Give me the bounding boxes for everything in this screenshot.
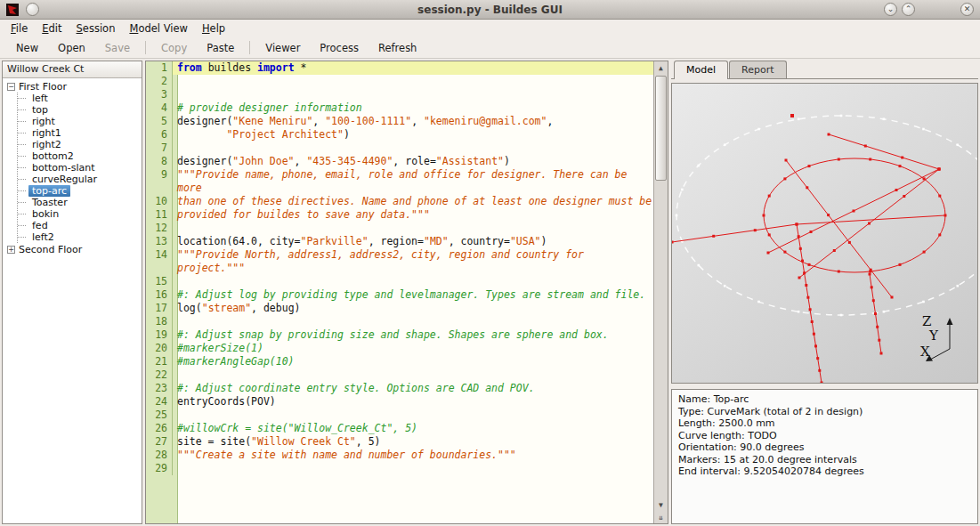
code-text[interactable]: site = site("Willow Creek Ct", 5) xyxy=(173,435,653,449)
code-lines[interactable]: 1from buildes import *234# provide desig… xyxy=(146,61,653,523)
toolbar-save-button[interactable]: Save xyxy=(96,39,139,57)
line-number: 22 xyxy=(146,368,173,382)
code-text[interactable]: than one of these directives. Name and p… xyxy=(173,195,653,208)
menu-file[interactable]: File xyxy=(4,20,35,36)
line-number: 4 xyxy=(146,101,173,115)
scrollbar-down-button[interactable]: ▼ xyxy=(654,498,668,511)
axis-label-x: X xyxy=(920,344,930,360)
code-text[interactable]: log("stream", debug) xyxy=(173,302,653,315)
tree-item-bottom-slant[interactable]: bottom-slant xyxy=(18,162,142,174)
code-line: 2 xyxy=(146,75,653,88)
tree-section-first-floor[interactable]: −First Floor xyxy=(7,81,142,93)
toolbar-new-button[interactable]: New xyxy=(7,39,47,57)
code-text[interactable]: #markerSize(1) xyxy=(173,342,653,355)
tree-item-label: curveRegular xyxy=(28,174,101,185)
code-line: 26#willowCrk = site("Willow_Creek_Ct", 5… xyxy=(146,422,653,435)
code-editor[interactable]: 1from buildes import *234# provide desig… xyxy=(145,61,668,524)
menu-edit[interactable]: Edit xyxy=(35,20,69,36)
code-line: 10than one of these directives. Name and… xyxy=(146,195,653,208)
code-text[interactable] xyxy=(173,75,653,88)
line-number: 1 xyxy=(146,61,173,75)
tree-section-second-floor[interactable]: +Second Floor xyxy=(7,244,142,255)
toolbar-process-button[interactable]: Process xyxy=(311,39,368,57)
toolbar-viewer-button[interactable]: Viewer xyxy=(256,39,309,57)
model-viewport[interactable]: Z Y X xyxy=(671,83,978,384)
menu-model-view[interactable]: Model View xyxy=(122,20,195,36)
tree-item-label: Toaster xyxy=(28,197,71,208)
code-text[interactable]: """Provide North, address1, address2, ci… xyxy=(173,248,653,275)
code-text[interactable]: designer("Kene Meniru", "100-100-1111", … xyxy=(173,115,653,128)
tree-section-label: First Floor xyxy=(19,81,67,93)
code-text[interactable]: """Provide name, phone, email, role and … xyxy=(173,168,653,195)
code-text[interactable]: #markerAngleGap(10) xyxy=(173,355,653,368)
code-text[interactable] xyxy=(173,88,653,101)
close-button[interactable]: ✕ xyxy=(960,3,974,16)
tree-item-label: top-arc xyxy=(28,185,70,197)
info-line: Markers: 15 at 20.0 degree intervals xyxy=(678,454,971,466)
code-text[interactable]: #: Adjust snap by providing size and sha… xyxy=(173,328,653,342)
tree-header[interactable]: Willow Creek Ct xyxy=(3,61,142,78)
scrollbar-jump-bottom-button[interactable]: ⇊ xyxy=(654,511,668,523)
window: session.py - Buildes GUI ⌄ ⌃ ✕ FileEditS… xyxy=(0,0,980,526)
tree-item-left[interactable]: left xyxy=(18,93,142,104)
tree-item-left2[interactable]: left2 xyxy=(18,231,142,243)
code-text[interactable] xyxy=(173,462,653,475)
code-text[interactable]: "Project Architect") xyxy=(173,128,653,142)
code-text[interactable]: #: Adjust coordinate entry style. Option… xyxy=(173,382,653,395)
tree-item-curveregular[interactable]: curveRegular xyxy=(18,174,142,185)
tree-item-label: top xyxy=(28,104,52,116)
menu-session[interactable]: Session xyxy=(69,20,123,36)
code-text[interactable]: location(64.0, city="Parkville", region=… xyxy=(173,235,653,248)
code-text[interactable]: #willowCrk = site("Willow_Creek_Ct", 5) xyxy=(173,422,653,435)
menu-help[interactable]: Help xyxy=(195,20,232,36)
expand-icon[interactable]: + xyxy=(7,246,15,254)
model-drawing: Z Y X xyxy=(672,84,977,383)
line-number: 13 xyxy=(146,235,173,248)
scrollbar-thumb[interactable] xyxy=(655,76,667,181)
tree-item-right[interactable]: right xyxy=(18,116,142,127)
code-text[interactable]: # provide designer information xyxy=(173,101,653,115)
toolbar-copy-button[interactable]: Copy xyxy=(152,39,196,57)
toolbar-refresh-button[interactable]: Refresh xyxy=(369,39,425,57)
minimize-button[interactable]: ⌄ xyxy=(884,3,897,16)
info-line: End interval: 9.52054020784 degrees xyxy=(678,465,971,478)
code-text[interactable]: #: Adjust log by providing type and leve… xyxy=(173,288,653,302)
code-text[interactable] xyxy=(173,368,653,382)
code-text[interactable] xyxy=(173,142,653,155)
editor-scrollbar[interactable]: ▲ ▼ ⇊ xyxy=(653,61,668,523)
code-text[interactable]: provided for buildes to save any data.""… xyxy=(173,208,653,222)
tree-item-top[interactable]: top xyxy=(18,104,142,116)
code-text[interactable] xyxy=(173,275,653,288)
toolbar: NewOpenSaveCopyPasteViewerProcessRefresh xyxy=(0,37,980,59)
tab-model[interactable]: Model xyxy=(674,61,728,79)
titlebar[interactable]: session.py - Buildes GUI ⌄ ⌃ ✕ xyxy=(0,0,980,20)
tree-item-fed[interactable]: fed xyxy=(18,220,142,231)
code-line: 21#markerAngleGap(10) xyxy=(146,355,653,368)
code-text[interactable] xyxy=(173,409,653,422)
tree-item-top-arc[interactable]: top-arc xyxy=(18,185,142,197)
code-text[interactable] xyxy=(173,222,653,235)
tree-item-label: bottom-slant xyxy=(28,162,99,174)
tree-item-bokin[interactable]: bokin xyxy=(18,208,142,220)
maximize-button[interactable]: ⌃ xyxy=(902,3,915,16)
code-line: 1from buildes import * xyxy=(146,61,653,75)
code-text[interactable]: designer("John Doe", "435-345-4490", rol… xyxy=(173,155,653,168)
code-text[interactable]: entryCoords(POV) xyxy=(173,395,653,409)
tab-report[interactable]: Report xyxy=(729,61,786,78)
toolbar-open-button[interactable]: Open xyxy=(49,39,94,57)
code-text[interactable] xyxy=(173,315,653,328)
toolbar-separator xyxy=(249,41,250,54)
collapse-icon[interactable]: − xyxy=(7,83,15,91)
code-text[interactable]: """Create a site with name and number of… xyxy=(173,449,653,462)
code-text[interactable]: from buildes import * xyxy=(173,61,653,75)
toolbar-paste-button[interactable]: Paste xyxy=(198,39,243,57)
tree-item-right1[interactable]: right1 xyxy=(18,127,142,139)
code-line: 15 xyxy=(146,275,653,288)
app-icon xyxy=(6,3,20,17)
scrollbar-up-button[interactable]: ▲ xyxy=(654,61,668,74)
tree-item-right2[interactable]: right2 xyxy=(18,139,142,150)
tree-item-bottom2[interactable]: bottom2 xyxy=(18,150,142,162)
tree-section-label: Second Floor xyxy=(19,244,82,255)
tree-item-toaster[interactable]: Toaster xyxy=(18,197,142,208)
pin-button[interactable] xyxy=(26,3,39,16)
